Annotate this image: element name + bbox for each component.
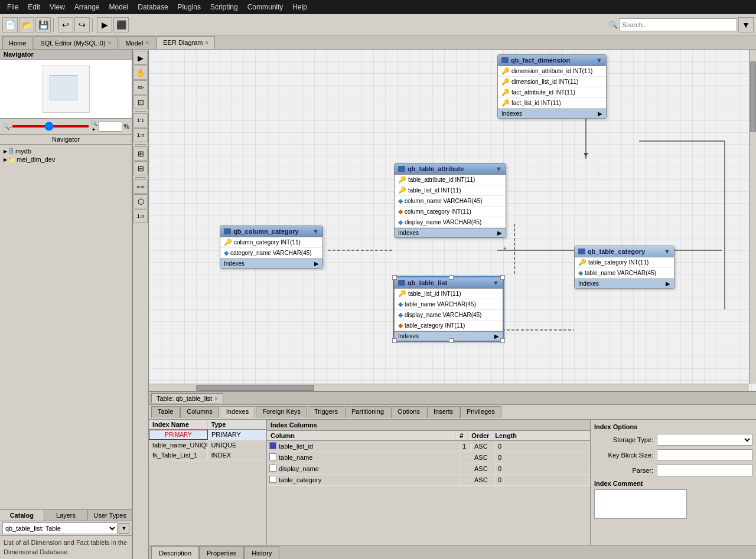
menu-model[interactable]: Model <box>105 2 133 12</box>
index-row-primary[interactable]: PRIMARY PRIMARY <box>149 430 266 440</box>
open-button[interactable]: 📂 <box>19 17 34 32</box>
tab-model[interactable]: Model × <box>119 36 155 49</box>
tab-home[interactable]: Home <box>2 36 32 49</box>
menu-edit[interactable]: Edit <box>23 2 45 12</box>
entity-expand-table-cat[interactable]: ▼ <box>664 248 670 255</box>
menu-view[interactable]: View <box>45 2 70 12</box>
canvas-vertical-scrollbar[interactable] <box>749 50 756 384</box>
storage-type-select[interactable] <box>657 434 752 446</box>
entity-expand-fact-dim[interactable]: ▼ <box>596 57 602 64</box>
menu-file[interactable]: File <box>2 2 23 12</box>
resize-handle-tm[interactable] <box>449 275 454 280</box>
index-comment-input[interactable] <box>594 489 687 519</box>
entity-qb-table-list[interactable]: qb_table_list ▼ 🔑 table_list_id INT(11) … <box>394 277 503 341</box>
entity-footer-table-attr[interactable]: Indexes ▶ <box>395 228 506 237</box>
menu-plugins[interactable]: Plugins <box>173 2 206 12</box>
search-options-button[interactable]: ▼ <box>738 17 754 32</box>
view-tool-button[interactable]: ⊟ <box>133 161 148 175</box>
save-button[interactable]: 💾 <box>35 17 51 32</box>
parser-input[interactable] <box>657 465 752 476</box>
tab-sql-editor[interactable]: SQL Editor (MySQL-0) × <box>34 36 118 49</box>
idxcol-check-4[interactable] <box>267 475 276 485</box>
key-block-input[interactable]: 0 <box>657 449 752 461</box>
sidebar-tab-layers[interactable]: Layers <box>44 510 89 521</box>
entity-qb-fact-dimension[interactable]: qb_fact_dimension ▼ 🔑 dimension_attribut… <box>497 54 607 119</box>
vscroll-thumb[interactable] <box>750 61 756 132</box>
object-options-button[interactable]: ▼ <box>119 523 129 534</box>
idxcol-check-3[interactable] <box>267 463 276 474</box>
entity-expand-col-cat[interactable]: ▼ <box>312 228 319 235</box>
tree-item-mydb[interactable]: ▶ 🗄 mydb <box>2 147 129 155</box>
table-tool-button[interactable]: ⊞ <box>133 146 148 161</box>
entity-qb-table-attribute[interactable]: qb_table_attribute ▼ 🔑 table_attribute_i… <box>394 163 506 238</box>
hscroll-thumb[interactable] <box>196 385 314 391</box>
menu-community[interactable]: Community <box>243 2 288 12</box>
tree-item-mei-dim-dev[interactable]: ▶ 📁 mei_dim_dev <box>2 155 129 164</box>
inner-tab-triggers[interactable]: Triggers <box>308 406 344 418</box>
zoom-canvas-button[interactable]: ⊡ <box>133 95 148 109</box>
redo-button[interactable]: ↪ <box>74 17 90 32</box>
bottom-tab-description[interactable]: Description <box>151 546 199 559</box>
tab-eer-diagram[interactable]: EER Diagram × <box>157 36 215 49</box>
canvas-horizontal-scrollbar[interactable] <box>149 384 749 391</box>
entity-qb-column-category[interactable]: qb_column_category ▼ 🔑 column_category I… <box>220 225 323 269</box>
inner-tab-table[interactable]: Table <box>151 406 180 418</box>
resize-handle-bm[interactable] <box>449 338 454 343</box>
entity-footer-fact-dim[interactable]: Indexes ▶ <box>498 109 606 118</box>
tree-expand-mei[interactable]: ▶ <box>4 157 7 162</box>
zoom-out-button[interactable]: 🔍- <box>2 123 11 130</box>
checkbox-4[interactable] <box>269 476 276 483</box>
sidebar-tab-user-types[interactable]: User Types <box>88 510 132 521</box>
eer-diagram-canvas[interactable]: + qb_fact_dimension ▼ 🔑 <box>149 50 756 391</box>
close-eer-tab[interactable]: × <box>205 40 208 46</box>
bottom-tab-properties[interactable]: Properties <box>199 546 244 559</box>
idxcol-check-2[interactable] <box>267 452 276 463</box>
many-to-many-button[interactable]: n:m <box>133 179 148 194</box>
inner-tab-partitioning[interactable]: Partitioning <box>345 406 390 418</box>
sidebar-tab-catalog[interactable]: Catalog <box>0 510 44 521</box>
entity-footer-table-cat[interactable]: Indexes ▶ <box>575 279 674 288</box>
inner-tab-privileges[interactable]: Privileges <box>460 406 501 418</box>
checkbox-2[interactable] <box>269 453 276 460</box>
inner-tab-foreign-keys[interactable]: Foreign Keys <box>256 406 307 418</box>
pan-tool-button[interactable]: ✋ <box>133 66 148 80</box>
resize-handle-tl[interactable] <box>392 275 397 280</box>
execute-button[interactable]: ▶ <box>97 17 112 32</box>
resize-handle-br[interactable] <box>500 338 505 343</box>
close-model-tab[interactable]: × <box>145 40 149 46</box>
resize-handle-tr[interactable] <box>500 275 505 280</box>
inner-tab-inserts[interactable]: Inserts <box>427 406 460 418</box>
close-table-tab[interactable]: × <box>214 395 218 402</box>
connector-button[interactable]: ⬡ <box>133 194 148 208</box>
search-input[interactable] <box>619 18 737 31</box>
menu-database[interactable]: Database <box>133 2 172 12</box>
inner-tab-indexes[interactable]: Indexes <box>220 406 256 418</box>
one-to-one-button[interactable]: 1:1 <box>133 113 148 128</box>
index-row-fk[interactable]: fk_Table_List_1 INDEX <box>149 450 266 460</box>
object-select[interactable]: qb_table_list: Table <box>2 522 118 534</box>
checkbox-1[interactable] <box>269 442 276 449</box>
resize-handle-bl[interactable] <box>392 338 397 343</box>
entity-expand-table-list[interactable]: ▼ <box>493 279 499 286</box>
zoom-value-input[interactable]: 100 <box>99 121 122 132</box>
idxcol-check-1[interactable] <box>267 441 276 452</box>
entity-footer-col-cat[interactable]: Indexes ▶ <box>220 259 322 268</box>
tree-expand-mydb[interactable]: ▶ <box>4 149 7 154</box>
edit-tool-button[interactable]: ✏ <box>133 80 148 94</box>
stop-button[interactable]: ⬛ <box>113 17 129 32</box>
one-to-many-button[interactable]: 1:n <box>133 128 148 142</box>
zoom-in-button[interactable]: 🔍+ <box>90 120 97 133</box>
undo-button[interactable]: ↩ <box>58 17 73 32</box>
close-sql-editor-tab[interactable]: × <box>108 40 112 46</box>
new-button[interactable]: 📄 <box>2 17 18 32</box>
menu-help[interactable]: Help <box>288 2 312 12</box>
inner-tab-options[interactable]: Options <box>391 406 426 418</box>
menu-scripting[interactable]: Scripting <box>206 2 243 12</box>
entity-qb-table-category[interactable]: qb_table_category ▼ 🔑 table_category INT… <box>574 246 674 289</box>
menu-arrange[interactable]: Arrange <box>70 2 105 12</box>
zoom-slider[interactable] <box>12 125 89 128</box>
bottom-tab-history[interactable]: History <box>244 546 279 559</box>
index-row-unique[interactable]: table_name_UNIQUE UNIQUE <box>149 440 266 450</box>
inner-tab-columns[interactable]: Columns <box>180 406 219 418</box>
entity-expand-table-attr[interactable]: ▼ <box>496 165 502 172</box>
